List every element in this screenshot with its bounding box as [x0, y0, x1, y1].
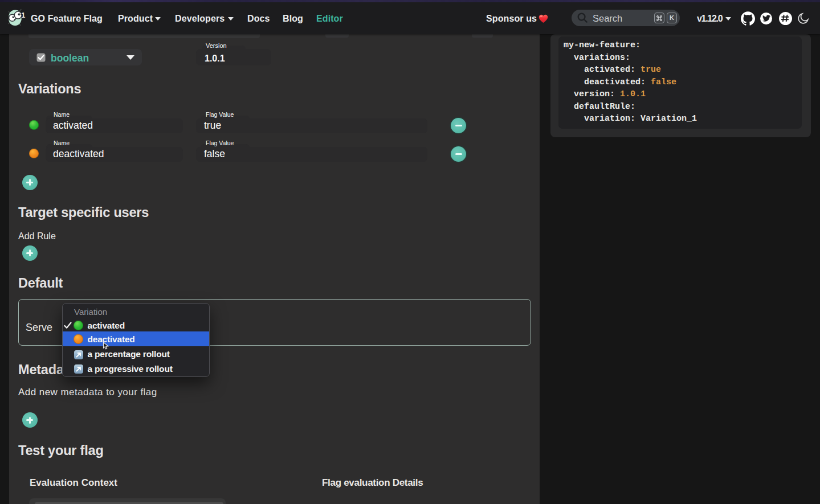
svg-text:1: 1	[21, 11, 25, 19]
